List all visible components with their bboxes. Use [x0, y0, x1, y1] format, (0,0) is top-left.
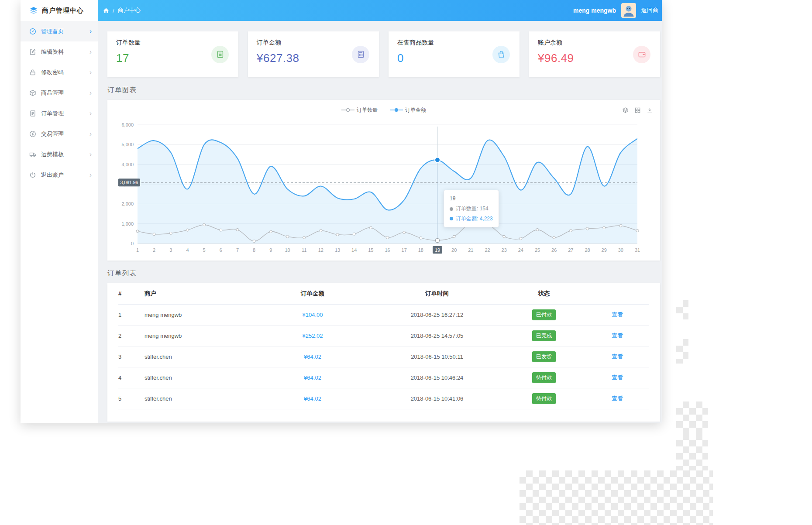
svg-text:19: 19: [435, 247, 440, 253]
status-badge: 待付款: [532, 372, 556, 383]
svg-text:0: 0: [131, 241, 134, 246]
svg-text:4: 4: [186, 247, 189, 253]
merchant-name: stiffer.chen: [145, 346, 254, 367]
sidebar-item-6[interactable]: 运费模板›: [21, 144, 98, 165]
chevron-right-icon: ›: [89, 110, 92, 117]
order-chart-card: 订单数量订单金额 01,0002,0003,0004,0005,0006,000…: [107, 100, 660, 261]
sidebar-item-3[interactable]: 商品管理›: [21, 82, 98, 103]
order-amount: ¥64.02: [304, 353, 321, 360]
username[interactable]: meng mengwb: [573, 7, 616, 14]
svg-text:15: 15: [368, 247, 373, 253]
chevron-right-icon: ›: [89, 69, 92, 76]
svg-text:6: 6: [220, 247, 222, 253]
table-row: 4stiffer.chen¥64.022018-06-15 10:46:24待付…: [118, 367, 649, 388]
back-to-mall-link[interactable]: 返回商: [641, 7, 658, 14]
stat-card-0: 订单数量17: [107, 31, 238, 77]
view-link[interactable]: 查看: [612, 374, 623, 381]
view-link[interactable]: 查看: [612, 353, 623, 360]
content: 订单数量17订单金额¥627.38在售商品数量0账户余额¥96.49 订单图表 …: [98, 21, 662, 423]
bag-icon: [492, 46, 510, 63]
chevron-right-icon: ›: [89, 89, 92, 96]
transparency-checker: [676, 401, 708, 433]
package-icon: [29, 89, 36, 96]
breadcrumb-current[interactable]: 商户中心: [118, 7, 141, 14]
svg-text:10: 10: [285, 247, 290, 253]
legend-item[interactable]: 订单数量: [341, 106, 378, 114]
stat-label: 订单数量: [116, 39, 230, 47]
order-time: 2018-06-15 10:46:24: [372, 367, 502, 388]
view-link[interactable]: 查看: [612, 395, 623, 401]
sidebar-item-label: 退出账户: [41, 171, 64, 179]
svg-text:25: 25: [535, 247, 540, 253]
view-link[interactable]: 查看: [612, 332, 623, 339]
chart-legend: 订单数量订单金额: [107, 105, 660, 115]
legend-marker-icon: [390, 108, 403, 112]
svg-text:22: 22: [485, 247, 490, 253]
chevron-right-icon: ›: [89, 48, 92, 55]
sidebar-item-1[interactable]: 编辑资料›: [21, 41, 98, 62]
merchant-name: meng mengwb: [145, 304, 254, 325]
svg-text:29: 29: [602, 247, 607, 253]
column-header: 订单时间: [372, 283, 502, 304]
sidebar-item-4[interactable]: 订单管理›: [21, 103, 98, 124]
app-window: 商户管理中心 管理首页›编辑资料›修改密码›商品管理›订单管理›交易管理›运费模…: [21, 0, 662, 423]
topbar: / 商户中心 meng mengwb 返回商: [98, 0, 662, 21]
chevron-right-icon: ›: [89, 172, 92, 178]
order-time: 2018-06-25 16:27:12: [372, 304, 502, 325]
stat-card-2: 在售商品数量0: [389, 31, 520, 77]
merchant-name: stiffer.chen: [145, 388, 254, 409]
order-chart[interactable]: 01,0002,0003,0004,0005,0006,0003,081.961…: [107, 117, 660, 258]
restore-grid-icon[interactable]: [634, 107, 641, 113]
breadcrumb-separator: /: [113, 7, 114, 14]
order-chart-svg: 01,0002,0003,0004,0005,0006,0003,081.961…: [107, 117, 660, 256]
dashboard-icon: [29, 28, 36, 35]
status-badge: 已发货: [532, 351, 556, 362]
avatar[interactable]: [621, 3, 636, 18]
svg-text:3: 3: [169, 247, 172, 253]
app-title: 商户管理中心: [42, 7, 84, 15]
order-amount: ¥64.02: [304, 374, 321, 381]
svg-text:23: 23: [502, 247, 507, 253]
sidebar-item-5[interactable]: 交易管理›: [21, 124, 98, 144]
status-badge: 已完成: [532, 330, 556, 341]
sidebar-item-0[interactable]: 管理首页›: [21, 21, 98, 41]
merchant-name: stiffer.chen: [145, 367, 254, 388]
stat-label: 在售商品数量: [397, 39, 511, 47]
home-icon[interactable]: [103, 7, 109, 14]
table-row: 3stiffer.chen¥64.022018-06-15 10:50:11已发…: [118, 346, 649, 367]
sidebar-item-7[interactable]: 退出账户›: [21, 165, 98, 185]
calculator-icon: [352, 46, 369, 63]
svg-text:9: 9: [269, 247, 272, 253]
app-logo: 商户管理中心: [21, 0, 98, 21]
layers-logo-icon: [29, 6, 38, 15]
svg-text:17: 17: [402, 247, 407, 253]
list-icon: [211, 46, 229, 63]
transparency-checker: [676, 433, 708, 472]
column-header: 状态: [502, 283, 585, 304]
download-icon[interactable]: [647, 107, 653, 113]
sidebar-item-label: 管理首页: [41, 27, 64, 35]
order-time: 2018-06-25 14:57:05: [372, 325, 502, 346]
stacked-data-icon[interactable]: [622, 107, 629, 113]
svg-text:3,081.96: 3,081.96: [120, 180, 138, 185]
svg-text:11: 11: [302, 247, 306, 253]
freight-icon: [29, 151, 36, 158]
legend-item[interactable]: 订单金额: [390, 106, 426, 114]
svg-text:1,000: 1,000: [121, 221, 134, 226]
main-area: / 商户中心 meng mengwb 返回商 订单数量17订单金额¥627.38…: [98, 0, 662, 423]
sidebar-item-2[interactable]: 修改密码›: [21, 62, 98, 82]
order-amount: ¥252.02: [303, 333, 323, 339]
svg-text:8: 8: [253, 247, 255, 253]
svg-text:16: 16: [385, 247, 390, 253]
table-body: 1meng mengwb¥104.002018-06-25 16:27:12已付…: [118, 304, 649, 409]
table-row: 5stiffer.chen¥64.022018-06-15 10:41:06待付…: [118, 388, 649, 409]
sidebar-item-label: 交易管理: [41, 130, 64, 138]
table-row: 1meng mengwb¥104.002018-06-25 16:27:12已付…: [118, 304, 649, 325]
view-link[interactable]: 查看: [612, 311, 623, 318]
svg-text:30: 30: [618, 247, 623, 253]
sidebar-menu: 管理首页›编辑资料›修改密码›商品管理›订单管理›交易管理›运费模板›退出账户›: [21, 21, 98, 185]
sidebar-item-label: 商品管理: [41, 89, 64, 97]
order-time: 2018-06-15 10:41:06: [372, 388, 502, 409]
column-header-action: [585, 283, 649, 304]
sidebar-item-label: 运费模板: [41, 151, 64, 158]
